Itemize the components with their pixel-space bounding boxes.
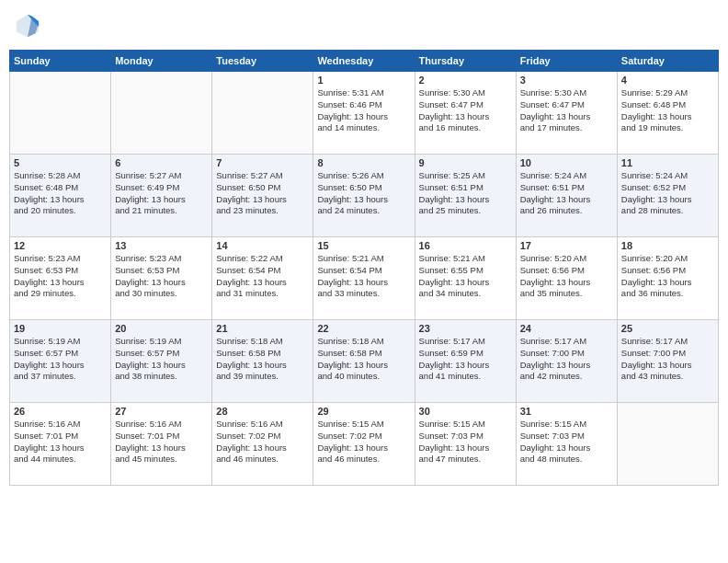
day-number: 2 [419, 75, 512, 86]
day-info: Sunrise: 5:21 AM Sunset: 6:55 PM Dayligh… [419, 253, 512, 300]
day-number: 14 [216, 240, 309, 251]
day-number: 30 [419, 406, 512, 417]
calendar-cell: 9Sunrise: 5:25 AM Sunset: 6:51 PM Daylig… [415, 155, 516, 237]
day-info: Sunrise: 5:28 AM Sunset: 6:48 PM Dayligh… [14, 170, 107, 217]
day-number: 26 [14, 406, 107, 417]
calendar-cell: 12Sunrise: 5:23 AM Sunset: 6:53 PM Dayli… [10, 237, 111, 320]
weekday-header-thursday: Thursday [415, 51, 516, 72]
calendar-cell: 24Sunrise: 5:17 AM Sunset: 7:00 PM Dayli… [516, 320, 617, 403]
day-info: Sunrise: 5:30 AM Sunset: 6:47 PM Dayligh… [520, 87, 613, 134]
calendar-cell: 17Sunrise: 5:20 AM Sunset: 6:56 PM Dayli… [516, 237, 617, 320]
day-info: Sunrise: 5:15 AM Sunset: 7:03 PM Dayligh… [419, 419, 512, 465]
day-info: Sunrise: 5:20 AM Sunset: 6:56 PM Dayligh… [520, 253, 613, 300]
day-number: 10 [520, 157, 613, 168]
calendar-cell: 29Sunrise: 5:15 AM Sunset: 7:02 PM Dayli… [313, 403, 415, 486]
day-number: 21 [216, 323, 309, 334]
calendar-cell [111, 72, 212, 155]
calendar-cell [212, 72, 313, 155]
day-number: 27 [115, 406, 208, 417]
calendar-week-row: 26Sunrise: 5:16 AM Sunset: 7:01 PM Dayli… [10, 403, 719, 486]
day-number: 1 [317, 75, 410, 86]
day-number: 4 [621, 75, 714, 86]
day-info: Sunrise: 5:16 AM Sunset: 7:02 PM Dayligh… [216, 419, 309, 465]
calendar-week-row: 1Sunrise: 5:31 AM Sunset: 6:46 PM Daylig… [10, 72, 719, 155]
day-number: 19 [14, 323, 107, 334]
calendar-cell [617, 403, 718, 486]
calendar-cell: 20Sunrise: 5:19 AM Sunset: 6:57 PM Dayli… [111, 320, 212, 403]
day-info: Sunrise: 5:17 AM Sunset: 6:59 PM Dayligh… [419, 336, 512, 383]
calendar-cell: 26Sunrise: 5:16 AM Sunset: 7:01 PM Dayli… [10, 403, 111, 486]
day-info: Sunrise: 5:23 AM Sunset: 6:53 PM Dayligh… [115, 253, 208, 300]
calendar-cell: 14Sunrise: 5:22 AM Sunset: 6:54 PM Dayli… [212, 237, 313, 320]
day-info: Sunrise: 5:24 AM Sunset: 6:52 PM Dayligh… [621, 170, 714, 217]
day-info: Sunrise: 5:18 AM Sunset: 6:58 PM Dayligh… [317, 336, 410, 383]
calendar-cell: 4Sunrise: 5:29 AM Sunset: 6:48 PM Daylig… [617, 72, 718, 155]
calendar-table: SundayMondayTuesdayWednesdayThursdayFrid… [9, 50, 719, 486]
day-number: 20 [115, 323, 208, 334]
calendar-cell: 3Sunrise: 5:30 AM Sunset: 6:47 PM Daylig… [516, 72, 617, 155]
day-info: Sunrise: 5:21 AM Sunset: 6:54 PM Dayligh… [317, 253, 410, 300]
day-number: 3 [520, 75, 613, 86]
day-number: 13 [115, 240, 208, 251]
calendar-cell: 28Sunrise: 5:16 AM Sunset: 7:02 PM Dayli… [212, 403, 313, 486]
calendar-week-row: 19Sunrise: 5:19 AM Sunset: 6:57 PM Dayli… [10, 320, 719, 403]
day-number: 15 [317, 240, 410, 251]
calendar-cell: 23Sunrise: 5:17 AM Sunset: 6:59 PM Dayli… [415, 320, 516, 403]
day-number: 29 [317, 406, 410, 417]
calendar-week-row: 12Sunrise: 5:23 AM Sunset: 6:53 PM Dayli… [10, 237, 719, 320]
day-info: Sunrise: 5:18 AM Sunset: 6:58 PM Dayligh… [216, 336, 309, 383]
calendar-cell: 21Sunrise: 5:18 AM Sunset: 6:58 PM Dayli… [212, 320, 313, 403]
day-number: 8 [317, 157, 410, 168]
day-info: Sunrise: 5:16 AM Sunset: 7:01 PM Dayligh… [14, 419, 107, 465]
day-info: Sunrise: 5:25 AM Sunset: 6:51 PM Dayligh… [419, 170, 512, 217]
weekday-header-monday: Monday [111, 51, 212, 72]
day-info: Sunrise: 5:29 AM Sunset: 6:48 PM Dayligh… [621, 87, 714, 134]
day-info: Sunrise: 5:19 AM Sunset: 6:57 PM Dayligh… [14, 336, 107, 383]
day-number: 17 [520, 240, 613, 251]
calendar-cell: 2Sunrise: 5:30 AM Sunset: 6:47 PM Daylig… [415, 72, 516, 155]
day-number: 28 [216, 406, 309, 417]
day-number: 31 [520, 406, 613, 417]
day-number: 22 [317, 323, 410, 334]
day-info: Sunrise: 5:22 AM Sunset: 6:54 PM Dayligh… [216, 253, 309, 300]
day-info: Sunrise: 5:17 AM Sunset: 7:00 PM Dayligh… [621, 336, 714, 383]
day-info: Sunrise: 5:17 AM Sunset: 7:00 PM Dayligh… [520, 336, 613, 383]
weekday-header-tuesday: Tuesday [212, 51, 313, 72]
calendar-cell: 6Sunrise: 5:27 AM Sunset: 6:49 PM Daylig… [111, 155, 212, 237]
day-info: Sunrise: 5:30 AM Sunset: 6:47 PM Dayligh… [419, 87, 512, 134]
day-info: Sunrise: 5:27 AM Sunset: 6:50 PM Dayligh… [216, 170, 309, 217]
day-info: Sunrise: 5:16 AM Sunset: 7:01 PM Dayligh… [115, 419, 208, 465]
weekday-header-sunday: Sunday [10, 51, 111, 72]
day-info: Sunrise: 5:15 AM Sunset: 7:03 PM Dayligh… [520, 419, 613, 465]
calendar-cell: 15Sunrise: 5:21 AM Sunset: 6:54 PM Dayli… [313, 237, 415, 320]
weekday-header-friday: Friday [516, 51, 617, 72]
calendar-cell: 19Sunrise: 5:19 AM Sunset: 6:57 PM Dayli… [10, 320, 111, 403]
calendar-week-row: 5Sunrise: 5:28 AM Sunset: 6:48 PM Daylig… [10, 155, 719, 237]
day-info: Sunrise: 5:20 AM Sunset: 6:56 PM Dayligh… [621, 253, 714, 300]
day-info: Sunrise: 5:19 AM Sunset: 6:57 PM Dayligh… [115, 336, 208, 383]
calendar-cell: 30Sunrise: 5:15 AM Sunset: 7:03 PM Dayli… [415, 403, 516, 486]
day-info: Sunrise: 5:24 AM Sunset: 6:51 PM Dayligh… [520, 170, 613, 217]
calendar-cell: 11Sunrise: 5:24 AM Sunset: 6:52 PM Dayli… [617, 155, 718, 237]
day-number: 23 [419, 323, 512, 334]
calendar-cell: 18Sunrise: 5:20 AM Sunset: 6:56 PM Dayli… [617, 237, 718, 320]
day-number: 9 [419, 157, 512, 168]
page-header [9, 9, 719, 42]
calendar-cell: 25Sunrise: 5:17 AM Sunset: 7:00 PM Dayli… [617, 320, 718, 403]
calendar-header-row: SundayMondayTuesdayWednesdayThursdayFrid… [10, 51, 719, 72]
day-info: Sunrise: 5:23 AM Sunset: 6:53 PM Dayligh… [14, 253, 107, 300]
calendar-cell: 27Sunrise: 5:16 AM Sunset: 7:01 PM Dayli… [111, 403, 212, 486]
day-info: Sunrise: 5:31 AM Sunset: 6:46 PM Dayligh… [317, 87, 410, 134]
day-info: Sunrise: 5:15 AM Sunset: 7:02 PM Dayligh… [317, 419, 410, 465]
day-number: 18 [621, 240, 714, 251]
day-number: 11 [621, 157, 714, 168]
calendar-cell [10, 72, 111, 155]
day-info: Sunrise: 5:26 AM Sunset: 6:50 PM Dayligh… [317, 170, 410, 217]
calendar-cell: 10Sunrise: 5:24 AM Sunset: 6:51 PM Dayli… [516, 155, 617, 237]
calendar-cell: 7Sunrise: 5:27 AM Sunset: 6:50 PM Daylig… [212, 155, 313, 237]
day-number: 16 [419, 240, 512, 251]
day-number: 7 [216, 157, 309, 168]
calendar-cell: 31Sunrise: 5:15 AM Sunset: 7:03 PM Dayli… [516, 403, 617, 486]
weekday-header-saturday: Saturday [617, 51, 718, 72]
day-info: Sunrise: 5:27 AM Sunset: 6:49 PM Dayligh… [115, 170, 208, 217]
